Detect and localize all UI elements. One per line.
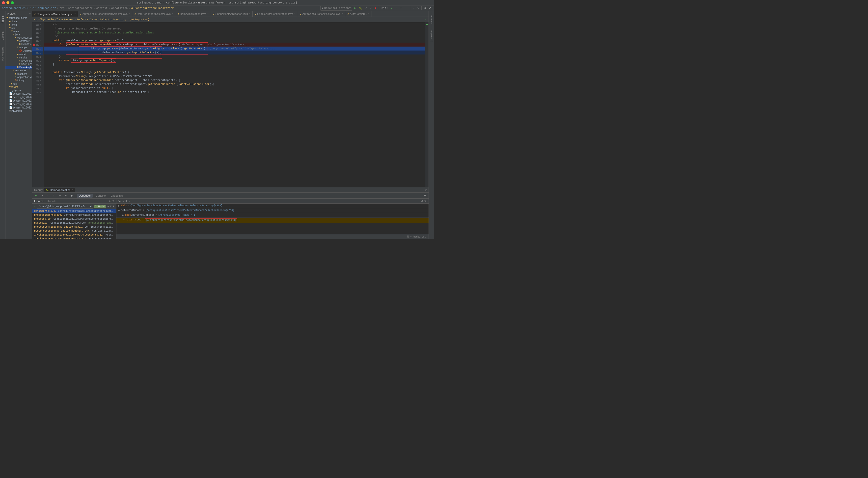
sidebar-item-myconditional[interactable]: C MyConditionalCo: [5, 59, 32, 62]
sidebar-item-log2[interactable]: 📄 access_log.2022-03-10.log: [5, 95, 32, 99]
undo-button[interactable]: ↩: [412, 6, 415, 11]
resume-button[interactable]: ▶: [33, 193, 39, 198]
breadcrumb-item[interactable]: context: [96, 7, 108, 10]
var-action-1[interactable]: M: [421, 200, 423, 202]
breadcrumb-inner-class[interactable]: DeferredImportSelectorGrouping: [77, 18, 126, 21]
var-item-this[interactable]: ▶ this = {ConfigurationClassParser$Defer…: [117, 203, 429, 208]
sidebar-item-user-service[interactable]: C UserService: [5, 62, 32, 66]
breadcrumb-item[interactable]: spring-context-5.3.16-sources.jar: [2, 7, 56, 10]
sidebar-item-help-md[interactable]: M HELP.md: [5, 109, 32, 113]
var-expand-icon[interactable]: ▶: [118, 209, 120, 212]
git-tick-button[interactable]: ✓: [395, 6, 398, 11]
frame-item-4[interactable]: processConfigBeanDefinitions:331, Config…: [32, 225, 116, 229]
frames-icon-1[interactable]: ⬇: [109, 199, 111, 202]
tab-demo-application[interactable]: J DemoApplication.java ×: [175, 11, 211, 17]
editor-scroll-gutter[interactable]: [425, 22, 429, 187]
sidebar-item-service-folder[interactable]: ▼ service: [5, 56, 32, 59]
step-out-button[interactable]: ↑: [51, 193, 57, 198]
sidebar-item-root[interactable]: ▼ springboot-demo: [5, 17, 32, 20]
tab-auto-configuration-import-selector[interactable]: J AutoConfigurationImportSelector.java ×: [78, 11, 132, 17]
tab-close-icon[interactable]: ×: [294, 12, 296, 15]
tab-deferred-import-selector[interactable]: J DeferredImportSelector.java ×: [132, 11, 175, 17]
console-tab[interactable]: Console: [94, 194, 107, 198]
sidebar-item-demo-application[interactable]: C DemoApplication: [5, 66, 32, 69]
frame-item-7[interactable]: invokeBeanFactoryPostProcessors:112, Pos…: [32, 237, 116, 239]
debug-button[interactable]: 🐛: [358, 6, 363, 11]
breadcrumb-item[interactable]: springframework: [68, 7, 93, 10]
tab-close-icon[interactable]: ×: [74, 12, 76, 15]
var-item-deferred-imports[interactable]: ▶ this .deferredImports = {ArrayList@440…: [117, 213, 429, 218]
sidebar-item-target[interactable]: ▼ target: [5, 86, 32, 89]
sidebar-item-mapper-folder[interactable]: ▼ mapper: [5, 46, 32, 49]
threads-tab[interactable]: Threads: [46, 200, 56, 202]
git-check-button[interactable]: ✓: [390, 6, 394, 11]
tab-close-icon[interactable]: ×: [249, 12, 250, 15]
frame-item-2[interactable]: process:780, ConfigurationClassParser$De…: [32, 217, 116, 221]
sidebar-config-icon[interactable]: ⚙: [29, 12, 30, 15]
close-button[interactable]: [2, 1, 5, 4]
thread-selector[interactable]: "main"@1 in group "main": RUNNING: [37, 204, 93, 209]
git-menu-button[interactable]: ⋮: [404, 6, 408, 11]
code-editor[interactable]: 873 874 875 876 877 878 879 880 881 882: [32, 22, 429, 187]
run-config-selector[interactable]: ▶ DemoApplication ▼: [320, 6, 352, 11]
step-into-button[interactable]: ↓: [45, 193, 51, 198]
sidebar-item-idea[interactable]: ▶ .idea: [5, 20, 32, 23]
sidebar-item-init-sql[interactable]: S init.sql: [5, 79, 32, 82]
frames-icon-2[interactable]: ⬆: [112, 199, 114, 202]
minimize-button[interactable]: [6, 1, 9, 4]
var-expand-icon[interactable]: ▶: [122, 214, 124, 217]
sidebar-item-log5[interactable]: 📄 access_log.2022-03-26.log: [5, 106, 32, 109]
breadcrumb-item[interactable]: ◉ ConfigurationClassParser: [131, 6, 174, 10]
maximize-button[interactable]: [11, 1, 14, 4]
commit-icon[interactable]: Commit: [0, 30, 5, 42]
debug-layout-icon[interactable]: ⊞: [422, 193, 428, 198]
tab-enable-auto-config[interactable]: J EnableAutoConfiguration.java ×: [253, 11, 298, 17]
var-item-group[interactable]: ○○ this .group = {AutoConfigurationImpor…: [117, 218, 429, 223]
evaluate-button[interactable]: ≡: [63, 193, 68, 198]
structure-icon[interactable]: Structure: [429, 12, 434, 27]
debug-session-tab[interactable]: 🐛 DemoApplication ×: [44, 188, 75, 192]
pull-requests-icon[interactable]: Pull Requests: [0, 45, 5, 62]
redo-button[interactable]: ↪: [416, 6, 420, 11]
breadcrumb-class[interactable]: ConfigurationClassParser: [34, 18, 73, 21]
endpoints-tab[interactable]: Endpoints: [109, 194, 125, 198]
sidebar-item-src[interactable]: ▼ src: [5, 27, 32, 30]
favorites-icon[interactable]: 2: Favorites: [429, 30, 434, 42]
var-expand-icon[interactable]: ○○: [122, 218, 125, 221]
frame-item-3[interactable]: parse:193, ConfigurationClassParser (org…: [32, 221, 116, 225]
tab-close-icon[interactable]: ×: [129, 12, 130, 15]
frame-item-1[interactable]: processImports:809, ConfigurationClassPa…: [32, 213, 116, 217]
tab-auto-config-package[interactable]: J AutoConfigurationPackage.java ×: [298, 11, 345, 17]
coverage-button[interactable]: ⌒: [364, 6, 368, 11]
var-action-2[interactable]: ▼: [424, 200, 427, 202]
sidebar-item-mappers[interactable]: ▶ mappers: [5, 72, 32, 75]
debugger-tab[interactable]: Debugger: [77, 194, 93, 198]
sidebar-item-log3[interactable]: 📄 access_log.2022-03-11.log: [5, 99, 32, 102]
settings-icon[interactable]: ⚙: [425, 188, 427, 192]
filter-icon[interactable]: ▼: [113, 205, 114, 208]
code-content[interactable]: /** * Return the imports defined by the …: [44, 22, 425, 187]
run-button[interactable]: ▶: [353, 6, 357, 11]
var-expand-icon[interactable]: ▶: [118, 204, 120, 207]
copy-icon[interactable]: ⧉: [407, 235, 409, 238]
up-arrow[interactable]: ▲: [107, 205, 109, 208]
step-over-button[interactable]: ↷: [39, 193, 44, 198]
sidebar-item-controller-folder[interactable]: ▼ controller: [5, 39, 32, 42]
tab-close-icon[interactable]: ×: [368, 12, 370, 15]
project-icon[interactable]: Project: [0, 12, 5, 27]
sidebar-item-log4[interactable]: 📄 access_log.2022-03-22.log: [5, 102, 32, 106]
tab-close-icon[interactable]: ×: [207, 12, 209, 15]
tab-configuration-class-parser[interactable]: J ConfigurationClassParser.java ×: [32, 11, 78, 17]
breadcrumb-method[interactable]: getImports(): [130, 18, 149, 21]
sidebar-item-mvn[interactable]: ▶ .mvn: [5, 23, 32, 27]
frame-item-6[interactable]: invokeBeanDefinitionRegistryPostProcesso…: [32, 233, 116, 237]
sidebar-item-model-folder[interactable]: ▶ model: [5, 53, 32, 56]
tab-close-icon[interactable]: ×: [172, 12, 173, 15]
stop-button[interactable]: ■: [374, 6, 377, 11]
sidebar-item-test[interactable]: ▶ test: [5, 82, 32, 86]
frame-item-0[interactable]: getImports:879, ConfigurationClassParser…: [32, 209, 116, 213]
tab-auto-config-overflow[interactable]: J AutoConfigu... ×: [345, 11, 372, 17]
sidebar-item-resources[interactable]: ▼ resources: [5, 69, 32, 72]
down-arrow[interactable]: ▼: [110, 205, 112, 208]
breadcrumb-item[interactable]: org: [59, 7, 64, 10]
